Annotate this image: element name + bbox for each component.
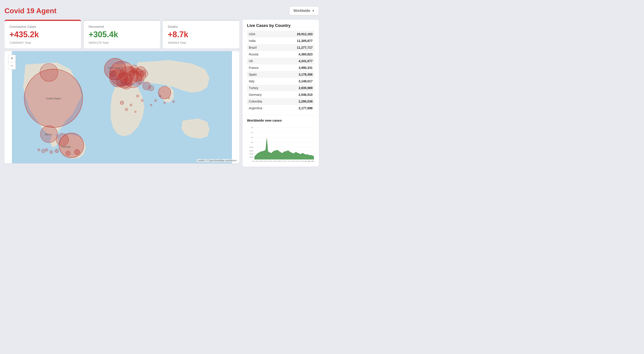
country-count: 2,546,510 [299, 93, 312, 96]
svg-point-31 [134, 111, 136, 113]
country-row: India11,305,877 [247, 37, 314, 44]
country-row: UK4,241,677 [247, 58, 314, 64]
svg-point-41 [148, 85, 154, 91]
recovered-value: +305.4k [89, 30, 156, 39]
app-container: Covid 19 Agent Worldwide ▼ Coronavirus C… [4, 4, 319, 167]
deaths-card: Deaths +8.7k 2640024 Total [163, 20, 239, 48]
svg-text:Nov 20: Nov 20 [257, 160, 261, 162]
svg-point-27 [110, 70, 116, 77]
svg-text:United States: United States [46, 97, 61, 100]
country-row: Turkey2,835,989 [247, 85, 314, 91]
cases-total: 119056457 Total [10, 41, 76, 44]
svg-point-20 [121, 78, 132, 89]
chart-wrapper: 2m 1m 1m 1m 800k 600k 400k 200k [247, 124, 314, 164]
region-selector[interactable]: Worldwide ▼ [289, 6, 319, 15]
right-panel: Live Cases by Country USA29,912,163India… [242, 20, 319, 167]
country-name: Brazil [249, 46, 257, 49]
deaths-label: Deaths [168, 25, 234, 28]
recovered-total: 94551278 Total [89, 41, 156, 44]
svg-text:2m: 2m [251, 126, 253, 129]
country-count: 3,990,331 [299, 66, 312, 69]
country-row: USA29,912,163 [247, 31, 314, 37]
country-count: 29,912,163 [297, 32, 312, 36]
svg-text:Jan 31: Jan 31 [297, 160, 302, 162]
recovered-label: Recovered [89, 25, 156, 28]
country-row: Spain3,178,356 [247, 71, 314, 78]
svg-point-35 [154, 99, 157, 102]
country-row: Italy3,149,017 [247, 78, 314, 85]
svg-text:Nov 28: Nov 28 [261, 160, 266, 162]
live-cases-section: Live Cases by Country USA29,912,163India… [242, 20, 319, 115]
cases-card: Coronavirus Cases +435.2k 119056457 Tota… [4, 20, 81, 48]
country-list: USA29,912,163India11,305,877Brazil11,277… [247, 31, 314, 111]
svg-point-33 [141, 99, 143, 102]
svg-point-42 [158, 86, 171, 99]
svg-text:1m: 1m [251, 131, 253, 133]
svg-text:400k: 400k [250, 153, 254, 155]
country-name: India [249, 39, 256, 43]
country-name: Spain [249, 73, 257, 76]
country-count: 2,177,898 [299, 106, 312, 110]
svg-text:Jan 23: Jan 23 [292, 160, 297, 162]
country-count: 2,290,539 [299, 100, 312, 103]
svg-text:200k: 200k [250, 156, 254, 158]
deaths-total: 2640024 Total [168, 41, 234, 44]
svg-point-34 [150, 104, 152, 106]
svg-text:Dec 22: Dec 22 [274, 160, 279, 162]
country-count: 11,305,877 [297, 39, 312, 43]
country-name: USA [249, 32, 255, 36]
svg-point-28 [120, 101, 124, 104]
svg-text:Dec 6: Dec 6 [266, 160, 270, 162]
country-count: 3,178,356 [299, 73, 312, 76]
svg-point-10 [45, 148, 48, 151]
chart-section: Worldwide new cases 2m 1m 1m 1m 800k 600… [242, 115, 319, 167]
country-row: Colombia2,290,539 [247, 98, 314, 105]
country-row: Argentina2,177,898 [247, 105, 314, 111]
country-name: UK [249, 59, 253, 63]
live-cases-title: Live Cases by Country [247, 23, 314, 28]
svg-point-30 [130, 104, 132, 106]
svg-text:Dec 14: Dec 14 [270, 160, 275, 162]
svg-point-2 [40, 63, 58, 81]
cases-value: +435.2k [10, 30, 76, 39]
zoom-in-button[interactable]: + [8, 55, 16, 62]
svg-text:Dec 30: Dec 30 [279, 160, 284, 162]
new-cases-chart: 2m 1m 1m 1m 800k 600k 400k 200k [247, 124, 314, 164]
svg-point-32 [136, 95, 139, 97]
country-name: Russia [249, 52, 258, 56]
svg-text:1m: 1m [251, 136, 253, 138]
svg-point-11 [42, 149, 45, 153]
country-count: 4,360,823 [299, 52, 312, 56]
chevron-down-icon: ▼ [312, 9, 314, 12]
country-name: France [249, 66, 259, 69]
svg-point-26 [136, 76, 144, 84]
svg-text:Jan 7: Jan 7 [284, 160, 288, 162]
country-name: Turkey [249, 86, 258, 90]
stats-row: Coronavirus Cases +435.2k 119056457 Tota… [4, 20, 239, 48]
chart-title: Worldwide new cases [247, 118, 314, 122]
svg-point-6 [74, 149, 80, 155]
svg-text:Mar 4: Mar 4 [312, 160, 314, 162]
cases-label: Coronavirus Cases [10, 25, 76, 28]
svg-point-43 [136, 66, 146, 76]
country-row: Germany2,546,510 [247, 91, 314, 98]
recovered-card: Recovered +305.4k 94551278 Total [84, 20, 160, 48]
country-count: 11,277,717 [297, 46, 312, 49]
map-attribution: Leaflet | © OpenStreetMap contributors [197, 159, 238, 162]
svg-point-8 [55, 149, 58, 153]
map-container[interactable]: United States México Colombia United Kin… [4, 51, 239, 163]
country-name: Germany [249, 93, 262, 96]
svg-point-29 [125, 108, 128, 111]
svg-text:United Kingdom: United Kingdom [108, 67, 122, 69]
app-title: Covid 19 Agent [4, 7, 56, 15]
country-name: Colombia [249, 100, 262, 103]
zoom-out-button[interactable]: − [8, 62, 16, 69]
country-row: France3,990,331 [247, 64, 314, 71]
main-content: Coronavirus Cases +435.2k 119056457 Tota… [4, 20, 319, 167]
svg-point-5 [56, 133, 69, 146]
svg-text:Colombia: Colombia [61, 146, 71, 148]
svg-text:México: México [45, 133, 52, 136]
svg-point-39 [172, 100, 175, 103]
svg-text:800k: 800k [250, 146, 254, 148]
country-count: 3,149,017 [299, 79, 312, 83]
